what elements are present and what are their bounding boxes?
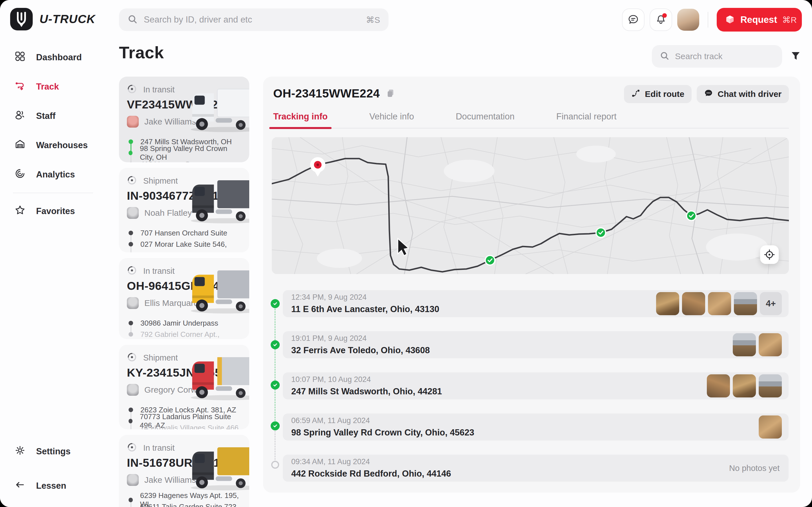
sidebar-item-analytics[interactable]: Analytics	[0, 160, 118, 189]
status-ring-icon	[127, 265, 137, 277]
shipment-status: In transit	[143, 85, 174, 94]
photo-thumbnails	[707, 374, 782, 397]
sidebar-item-settings[interactable]: Settings	[0, 437, 118, 466]
notifications-button[interactable]	[650, 8, 672, 31]
tab-financial-report[interactable]: Financial report	[556, 110, 617, 128]
top-actions: Request ⌘R	[622, 8, 802, 32]
tab-tracking-info[interactable]: Tracking info	[273, 110, 327, 128]
messages-button[interactable]	[622, 8, 645, 31]
people-icon	[15, 110, 26, 122]
app-window: U-TRUCK ⌘S	[0, 0, 812, 507]
driver-avatar	[127, 297, 139, 309]
truck-image	[183, 268, 249, 316]
track-search-input[interactable]	[675, 52, 784, 61]
photo-thumbnails	[759, 415, 782, 439]
package-icon	[725, 14, 735, 25]
shipment-card[interactable]: Shipment KY-23415JNF155 Gregory Corwin 2…	[119, 345, 249, 429]
shipment-card[interactable]: In transit OH-96415GFC145 Ellis Marquard…	[119, 258, 249, 339]
photo-thumbnail[interactable]	[733, 374, 756, 397]
checkpoint-done-icon	[687, 211, 696, 221]
driver-avatar	[127, 384, 139, 396]
tab-vehicle-info[interactable]: Vehicle info	[369, 110, 414, 128]
photo-thumbnail[interactable]	[708, 292, 731, 315]
filter-funnel-icon	[790, 50, 802, 63]
notification-badge	[662, 13, 667, 18]
stop-address: 419 Vanessa Common	[140, 160, 214, 163]
sidebar-item-label: Warehouses	[36, 140, 88, 151]
timeline-entry: 19:01 PM, 9 Aug 2024 32 Ferris Ave Toled…	[283, 331, 789, 358]
photo-thumbnail[interactable]	[759, 333, 782, 356]
photo-thumbnail[interactable]	[759, 374, 782, 397]
photo-thumbnails: 4+	[656, 292, 782, 315]
route-map[interactable]	[272, 137, 789, 274]
edit-route-button[interactable]: Edit route	[624, 85, 692, 103]
timeline-time: 06:59 AM, 11 Aug 2024	[291, 416, 474, 425]
sidebar-item-favorites[interactable]: Favorites	[0, 196, 118, 226]
filter-button[interactable]	[788, 48, 804, 64]
sidebar-item-staff[interactable]: Staff	[0, 101, 118, 131]
shipment-detail-panel: OH-23415WWE224 Edit route Chat with driv…	[263, 76, 800, 493]
timeline-entry: 12:34 PM, 9 Aug 2024 11 E 6th Ave Lancas…	[283, 290, 789, 317]
request-button[interactable]: Request ⌘R	[717, 8, 802, 32]
timeline-rail	[274, 304, 275, 426]
timeline-entry: 10:07 PM, 10 Aug 2024 247 Mills St Wadsw…	[283, 372, 789, 399]
photo-thumbnail[interactable]	[656, 292, 679, 315]
analytics-spiral-icon	[15, 168, 26, 181]
photo-thumbnails	[733, 333, 782, 356]
truck-image	[183, 177, 249, 226]
driver-avatar	[127, 116, 139, 128]
sidebar: Dashboard Track Staff Warehouses Analyti…	[0, 40, 118, 507]
user-avatar[interactable]	[677, 9, 699, 31]
detail-title: OH-23415WWE224	[273, 87, 380, 100]
stop-address: 7186 Jayde Radial Suite,	[140, 251, 222, 252]
sidebar-collapse[interactable]: Lessen	[0, 471, 118, 501]
sidebar-item-track[interactable]: Track	[0, 72, 118, 101]
timeline-time: 12:34 PM, 9 Aug 2024	[291, 293, 439, 302]
request-label: Request	[741, 14, 777, 25]
stop-address: 145 Kuvalis Villages Suite 466, AZ	[140, 424, 241, 429]
stop-dot	[129, 139, 133, 144]
stop-dot	[129, 321, 133, 325]
photo-thumbnail[interactable]	[733, 333, 756, 356]
stop-dot	[129, 498, 133, 502]
stop-dot	[129, 231, 133, 235]
photo-thumbnail[interactable]	[734, 292, 757, 315]
global-search-input[interactable]	[144, 15, 360, 25]
search-icon	[660, 51, 669, 62]
shipment-card[interactable]: In transit IN-51678URE401 Jake Williamso…	[119, 435, 249, 507]
timeline-address: 32 Ferris Ave Toledo, Ohio, 43608	[291, 345, 430, 355]
timeline-time: 09:34 AM, 11 Aug 2024	[291, 457, 451, 466]
track-search[interactable]	[652, 45, 782, 68]
tab-documentation[interactable]: Documentation	[456, 110, 515, 128]
stops-list: 2623 Zoie Locks Apt. 381, AZ 70773 Ladar…	[127, 404, 241, 429]
sidebar-item-label: Analytics	[36, 170, 75, 180]
global-search[interactable]: ⌘S	[119, 8, 389, 31]
timeline-check-icon	[271, 299, 280, 308]
stop-dot	[129, 151, 133, 155]
timeline-address: 247 Mills St Wadsworth, Ohio, 44281	[291, 386, 442, 397]
detail-tabs: Tracking info Vehicle info Documentation…	[273, 110, 789, 128]
timeline-rail	[274, 426, 275, 465]
status-ring-icon	[127, 352, 137, 363]
sidebar-item-dashboard[interactable]: Dashboard	[0, 43, 118, 72]
timeline: 12:34 PM, 9 Aug 2024 11 E 6th Ave Lancas…	[283, 290, 789, 496]
status-ring-icon	[127, 442, 137, 453]
stops-list: 247 Mills St Wadsworth, OH 98 Spring Val…	[127, 136, 241, 162]
shipment-card[interactable]: In transit VF23415WWE224 Jake Williamson…	[119, 76, 249, 162]
track-list: In transit VF23415WWE224 Jake Williamson…	[119, 76, 249, 507]
photo-thumbnail[interactable]	[759, 415, 782, 439]
shipment-status: Shipment	[143, 353, 178, 362]
shipment-card[interactable]: Shipment IN-9034677ZFG154 Noah Flatley 7…	[119, 168, 249, 252]
stops-list: 707 Hansen Orchard Suite 027 Morar Lake …	[127, 227, 241, 252]
photo-thumbnail[interactable]	[682, 292, 705, 315]
sidebar-item-warehouses[interactable]: Warehouses	[0, 131, 118, 160]
dashboard-icon	[15, 51, 26, 64]
truck-image	[183, 354, 249, 403]
copy-icon[interactable]	[386, 89, 395, 99]
locate-button[interactable]	[760, 245, 779, 264]
photo-thumbnail[interactable]	[707, 374, 730, 397]
more-photos-badge[interactable]: 4+	[760, 292, 782, 315]
driver-avatar	[127, 207, 139, 219]
chat-with-driver-button[interactable]: Chat with driver	[697, 85, 789, 103]
timeline-time: 19:01 PM, 9 Aug 2024	[291, 334, 430, 343]
